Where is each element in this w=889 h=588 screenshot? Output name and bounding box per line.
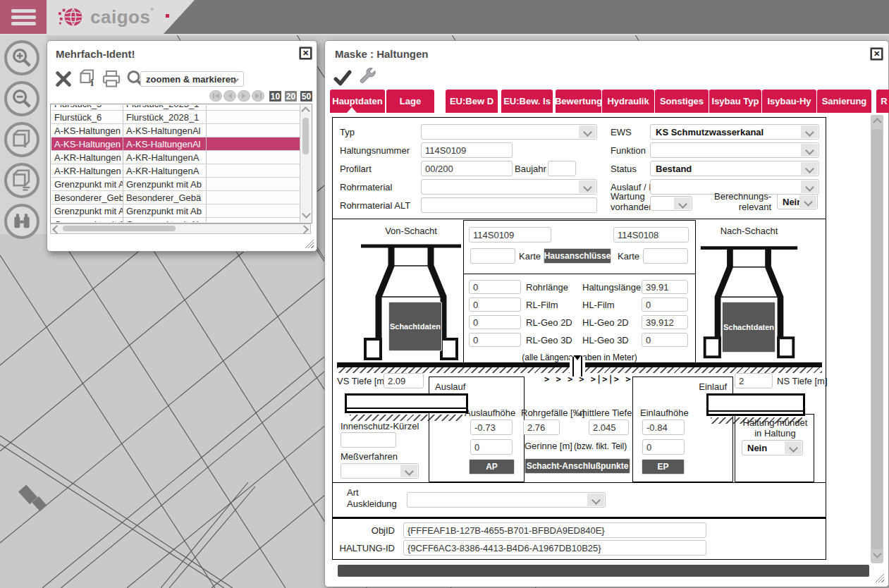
ident-list-button[interactable]: [4, 163, 39, 198]
zoom-in-button[interactable]: [4, 40, 39, 75]
tab-sanierung[interactable]: Sanierung: [817, 90, 871, 113]
chevron-down-icon: [801, 162, 818, 175]
tab-hauptdaten[interactable]: Hauptdaten: [330, 90, 385, 113]
von-schacht-nummer-input[interactable]: [469, 227, 551, 243]
last-page-button[interactable]: [252, 90, 264, 102]
table-horizontal-scrollbar[interactable]: [50, 223, 311, 234]
rohrmaterial-select[interactable]: [421, 179, 597, 195]
table-row[interactable]: Grenzpunkt mit AbGrenzpunkt mit Ab: [51, 178, 300, 191]
table-row[interactable]: Flurstück_6Flurstück_2028_1: [51, 111, 300, 124]
table-row[interactable]: Besonderer_GebäBesonderer_Gebä: [51, 191, 300, 204]
schachtdaten-von-button[interactable]: Schachtdaten: [388, 302, 442, 351]
haltungsnummer-input[interactable]: [421, 142, 513, 158]
close-button[interactable]: ✕: [300, 47, 312, 59]
typ-select[interactable]: [421, 124, 597, 140]
hausanschluesse-button[interactable]: Hausanschlüsse: [544, 248, 611, 264]
rohrgefaelle-input[interactable]: [523, 419, 560, 435]
funktion-select[interactable]: [650, 142, 819, 158]
karte-von-input[interactable]: [470, 248, 515, 264]
page-size-50-button[interactable]: 50: [300, 90, 313, 102]
baujahr-input[interactable]: [548, 161, 576, 176]
close-button[interactable]: ✕: [871, 48, 883, 60]
tab-eu-bew-is[interactable]: EU:Bew. Is: [501, 90, 553, 113]
tab-hydraulik[interactable]: Hydraulik: [602, 90, 654, 113]
berechnung-select[interactable]: Nein: [777, 194, 818, 209]
auslauf-fikt-input[interactable]: [470, 439, 513, 455]
resize-grip[interactable]: [875, 573, 884, 582]
scroll-thumb[interactable]: [63, 226, 176, 231]
tab-lage[interactable]: Lage: [386, 90, 434, 113]
maske-vertical-scrollbar[interactable]: [871, 115, 883, 563]
table-vertical-scrollbar[interactable]: [300, 105, 311, 222]
rohrlaenge-input[interactable]: [469, 280, 521, 294]
mittlere-tiefe-input[interactable]: [589, 419, 629, 435]
einlauf-fikt-input[interactable]: [642, 439, 685, 455]
zoom-in-icon: [10, 46, 34, 70]
art-auskleidung-select[interactable]: [407, 492, 606, 508]
zoom-out-button[interactable]: [4, 81, 39, 116]
maske-horizontal-scrollbar[interactable]: [338, 565, 869, 577]
muendet-label-2: in Haltung: [735, 428, 815, 439]
table-row[interactable]: A-KS-HaltungenA-KS-HaltungenAl: [51, 124, 300, 137]
table-row[interactable]: A-KR-HaltungenA-KR-HaltungenA: [51, 151, 300, 164]
hl-geo2d-input[interactable]: [642, 315, 688, 329]
mode-select[interactable]: zoomen & markieren: [140, 71, 244, 87]
rohrmaterial-alt-input[interactable]: [421, 197, 597, 213]
nach-schacht-nummer-input[interactable]: [613, 227, 689, 243]
page-size-20-button[interactable]: 20: [284, 90, 298, 102]
rl-film-input[interactable]: [469, 298, 521, 312]
tab-r[interactable]: R: [876, 90, 889, 113]
table-row[interactable]: Flurstück_5Flurstück_2023_1: [51, 105, 300, 111]
ns-tiefe-input[interactable]: [735, 373, 773, 388]
table-row[interactable]: Grenzpunkt mit AbGrenzpunkt mit Ab: [51, 218, 300, 222]
ep-button[interactable]: EP: [642, 459, 685, 474]
hl-geo3d-input[interactable]: [642, 333, 688, 347]
objid-input[interactable]: [403, 522, 706, 538]
hl-film-input[interactable]: [642, 298, 688, 312]
table-row[interactable]: Grenzpunkt mit AbGrenzpunkt mit Ab: [51, 204, 300, 218]
print-button[interactable]: [102, 70, 121, 90]
innenschutz-input[interactable]: [341, 432, 396, 448]
scroll-thumb[interactable]: [871, 129, 883, 549]
ews-label: EWS: [611, 127, 632, 137]
haltungslaenge-input[interactable]: [642, 280, 688, 294]
haltung-id-input[interactable]: [403, 540, 706, 556]
prev-page-button[interactable]: [223, 90, 236, 102]
wartung-select[interactable]: [650, 196, 692, 211]
schacht-anschlusspunkte-button[interactable]: Schacht-Anschlußpunkte: [525, 458, 630, 474]
rl-geo2d-input[interactable]: [469, 315, 521, 329]
resize-grip[interactable]: [305, 239, 314, 248]
table-cell: [207, 218, 300, 222]
tab-isybau-hy[interactable]: Isybau-Hy: [762, 90, 816, 113]
vs-tiefe-input[interactable]: [384, 373, 424, 388]
tab-eu-bew-d[interactable]: EU:Bew D: [446, 90, 498, 113]
ews-select[interactable]: KS Schmutzwasserkanal: [650, 124, 819, 140]
copy-info-button[interactable]: i: [78, 68, 98, 90]
ap-button[interactable]: AP: [469, 459, 515, 474]
page-size-10-button[interactable]: 10: [269, 90, 282, 102]
table-row[interactable]: A-KR-HaltungenA-KR-HaltungenA: [51, 164, 300, 178]
apply-button[interactable]: [333, 69, 352, 90]
settings-button[interactable]: [357, 68, 377, 90]
tab-sonstiges[interactable]: Sonstiges: [655, 90, 709, 113]
scroll-thumb[interactable]: [302, 118, 309, 154]
first-page-button[interactable]: [209, 90, 222, 102]
karte-nach-input[interactable]: [643, 248, 688, 264]
search-button[interactable]: [4, 204, 39, 239]
einlaufhoehe-input[interactable]: [642, 419, 685, 435]
rl-geo3d-input[interactable]: [469, 333, 521, 347]
next-page-button[interactable]: [238, 90, 250, 102]
tab-isybau-typ[interactable]: Isybau Typ: [709, 90, 761, 113]
table-row[interactable]: A-KS-HaltungenA-KS-HaltungenAl: [51, 137, 300, 151]
profilart-input[interactable]: [421, 161, 513, 176]
remove-button[interactable]: [55, 71, 72, 90]
messverfahren-select[interactable]: [341, 463, 419, 479]
schachtdaten-nach-button[interactable]: Schachtdaten: [722, 302, 775, 353]
objid-label: ObjID: [347, 525, 395, 536]
status-select[interactable]: Bestand: [650, 161, 819, 176]
menu-button[interactable]: [0, 0, 47, 34]
auslaufhoehe-input[interactable]: [470, 419, 513, 435]
ident-info-button[interactable]: i: [4, 122, 39, 157]
tab-bewertung[interactable]: Bewertung: [556, 90, 601, 113]
muendet-select[interactable]: Nein: [742, 440, 803, 455]
